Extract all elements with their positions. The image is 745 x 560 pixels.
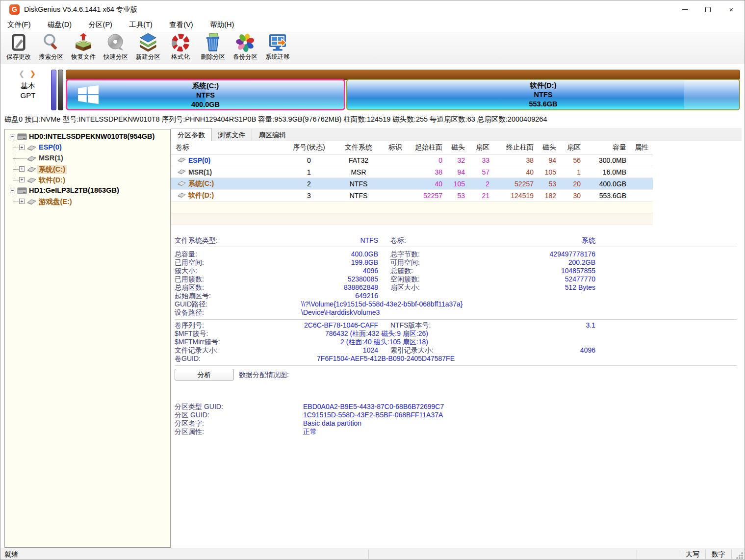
col-header-index[interactable]: 序号(状态): [287, 141, 331, 154]
menu-partition[interactable]: 分区(P): [88, 18, 113, 31]
expand-expander-icon[interactable]: +: [19, 199, 25, 204]
analyze-button[interactable]: 分析: [175, 369, 234, 381]
menu-file[interactable]: 文件(F): [6, 18, 32, 31]
row-capacity: 16.0MB: [585, 166, 631, 178]
partition-d-box[interactable]: 软件(D:) NTFS 553.6GB: [346, 79, 740, 110]
toolbar-label: 快速分区: [103, 53, 128, 61]
partition-tree-panel: − HD0:INTELSSDPEKNW010T8(954GB) + ESP(0)…: [4, 129, 171, 548]
allocation-map-label: 数据分配情况图:: [239, 371, 289, 379]
collapse-expander-icon[interactable]: −: [10, 188, 15, 193]
msr-partition-strip[interactable]: [58, 70, 63, 110]
tab-partition-params[interactable]: 分区参数: [171, 128, 212, 141]
col-header-fs[interactable]: 文件系统: [331, 141, 386, 154]
col-header-end-sector[interactable]: 扇区: [560, 141, 585, 154]
detail-value: 52477770: [445, 275, 595, 283]
tree-item-esp[interactable]: + ESP(0): [5, 142, 170, 153]
row-start-cyl: 0: [404, 154, 446, 166]
expand-expander-icon[interactable]: +: [19, 166, 25, 172]
row-end-head: 53: [538, 178, 560, 189]
maximize-icon: [705, 7, 711, 12]
detail-value: 2C6C-BF78-1046-CAFF: [288, 321, 378, 330]
col-header-volume[interactable]: 卷标: [171, 141, 287, 154]
prev-disk-arrow-icon[interactable]: ❮: [19, 69, 26, 77]
col-header-attr[interactable]: 属性: [631, 141, 653, 154]
col-header-start-cyl[interactable]: 起始柱面: [404, 141, 446, 154]
partition-icon: [27, 167, 36, 173]
detail-label: 文件记录大小:: [175, 346, 218, 355]
row-end-head: 182: [538, 190, 560, 201]
col-header-start-sector[interactable]: 扇区: [469, 141, 493, 154]
backup-partition-button[interactable]: 备份分区: [229, 32, 261, 63]
resize-grip[interactable]: [736, 552, 743, 559]
tree-item-software-d[interactable]: + 软件(D:): [5, 175, 170, 185]
toolbar-label: 恢复文件: [71, 53, 96, 61]
row-volume-label: 软件(D:): [188, 191, 214, 200]
menu-tools[interactable]: 工具(T): [128, 18, 154, 31]
format-button[interactable]: 格式化: [164, 32, 197, 63]
tree-item-hd1[interactable]: − HD1:GeILP3L2TB(1863GB): [5, 185, 170, 196]
tree-item-msr[interactable]: MSR(1): [5, 153, 170, 164]
row-index: 2: [287, 178, 331, 189]
menu-disk[interactable]: 磁盘(D): [47, 18, 73, 31]
detail-label: 总扇区数:: [175, 283, 204, 292]
toolbar-label: 删除分区: [201, 53, 225, 61]
esp-partition-strip[interactable]: [51, 70, 56, 110]
table-row-msr[interactable]: MSR(1) 1 MSR 38 94 57 40 105 1 16.0MB: [171, 166, 653, 178]
col-header-capacity[interactable]: 容量: [585, 141, 631, 154]
row-attr: [631, 154, 653, 166]
expand-expander-icon[interactable]: +: [19, 177, 25, 182]
tab-sector-edit[interactable]: 扇区编辑: [252, 129, 292, 141]
menu-help[interactable]: 帮助(H): [209, 18, 235, 31]
detail-value: 2 (柱面:40 磁头:105 扇区:18): [288, 338, 428, 346]
table-row-esp[interactable]: ESP(0) 0 FAT32 0 32 33 38 94 56 300.0MB: [171, 154, 653, 166]
table-row-system-c-selected[interactable]: 系统(C:) 2 NTFS 40 105 2 52257 53 20 400.0…: [171, 178, 653, 190]
tree-item-game-e[interactable]: + 游戏盘(E:): [5, 196, 170, 207]
tree-item-label: 软件(D:): [39, 176, 65, 185]
row-start-sector: 2: [469, 178, 493, 189]
menu-view[interactable]: 查看(V): [168, 18, 194, 31]
row-end-head: 105: [538, 166, 560, 178]
row-end-cyl: 38: [493, 154, 538, 166]
quick-partition-button[interactable]: 快速分区: [100, 32, 132, 63]
tree-item-hd0[interactable]: − HD0:INTELSSDPEKNW010T8(954GB): [5, 131, 170, 142]
recover-files-button[interactable]: 恢复文件: [67, 32, 100, 63]
col-header-end-head[interactable]: 磁头: [538, 141, 560, 154]
detail-label: NTFS版本号:: [390, 321, 431, 330]
minimize-button[interactable]: [674, 0, 696, 18]
close-button[interactable]: ×: [720, 0, 743, 18]
new-partition-button[interactable]: 新建分区: [132, 32, 164, 63]
row-volume-label: ESP(0): [188, 156, 210, 164]
toolbar: 保存更改 搜索分区 恢复文件 快速分区 新建分区 格式化 删除分区 备份分区: [0, 32, 745, 64]
col-header-start-head[interactable]: 磁头: [446, 141, 469, 154]
toolbar-label: 系统迁移: [265, 53, 290, 61]
collapse-expander-icon[interactable]: −: [10, 134, 15, 139]
tree-item-system-c[interactable]: + 系统(C:): [5, 164, 170, 175]
col-header-end-cyl[interactable]: 终止柱面: [493, 141, 538, 154]
delete-partition-button[interactable]: 删除分区: [197, 32, 229, 63]
table-empty-row: [171, 213, 653, 225]
tab-browse-files[interactable]: 浏览文件: [212, 129, 252, 141]
detail-value: 400.0GB: [288, 250, 378, 258]
trash-icon: [203, 33, 223, 52]
tree-item-label: MSR(1): [39, 154, 63, 162]
maximize-button[interactable]: [696, 0, 719, 18]
title-bar[interactable]: G DiskGenius V5.4.6.1441 x64 专业版 ×: [0, 0, 745, 18]
table-row-software-d[interactable]: 软件(D:) 3 NTFS 52257 53 21 124519 182 30 …: [171, 190, 653, 202]
next-disk-arrow-icon[interactable]: ❯: [30, 69, 38, 77]
save-changes-button[interactable]: 保存更改: [2, 32, 35, 63]
tab-bar: 分区参数 浏览文件 扇区编辑: [171, 128, 742, 141]
expand-expander-icon[interactable]: +: [19, 145, 25, 150]
toolbar-label: 备份分区: [233, 53, 257, 61]
disk-icon: [17, 187, 27, 194]
col-header-flag[interactable]: 标识: [386, 141, 404, 154]
disk-nav: ❮ ❯ 基本 GPT: [15, 69, 41, 101]
row-end-sector: 56: [560, 154, 585, 166]
row-flag: [386, 178, 404, 189]
search-partitions-button[interactable]: 搜索分区: [35, 32, 67, 63]
disk-graphic-area: ❮ ❯ 基本 GPT 系统(C:) NTFS 400.0GB 软件(D:): [0, 64, 745, 112]
partition-icon: [178, 193, 186, 198]
system-migration-button[interactable]: 系统迁移: [261, 32, 294, 63]
partition-c-box[interactable]: 系统(C:) NTFS 400.0GB: [66, 79, 345, 110]
detail-value: 200.2GB: [445, 258, 595, 267]
detail-label: 总容量:: [175, 250, 197, 258]
